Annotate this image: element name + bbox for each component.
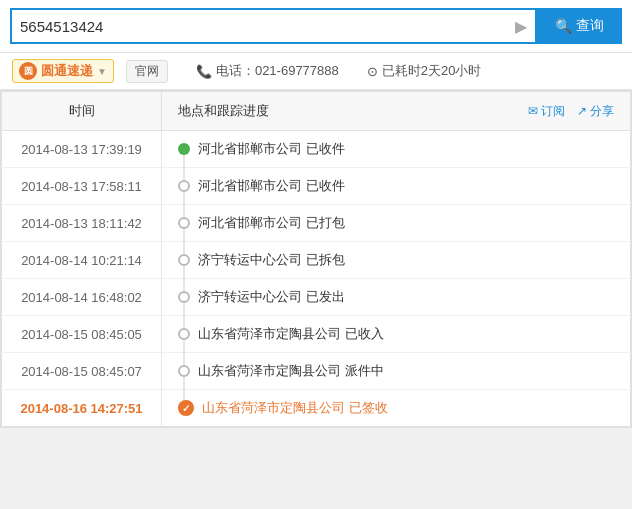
time-elapsed-text: 已耗时2天20小时	[382, 62, 482, 80]
col-time-header: 时间	[2, 92, 162, 131]
share-link[interactable]: ↗ 分享	[577, 103, 614, 120]
timeline-dot-wrapper	[178, 400, 194, 416]
table-header-row: 时间 地点和跟踪进度 ✉ 订阅 ↗ 分享	[2, 92, 631, 131]
search-input-wrapper: ▶	[10, 8, 537, 44]
tracking-table: 时间 地点和跟踪进度 ✉ 订阅 ↗ 分享	[1, 91, 631, 427]
search-button-label: 查询	[576, 17, 604, 35]
location-cell: 山东省菏泽市定陶县公司 已签收	[162, 390, 631, 427]
gray-dot-icon	[178, 365, 190, 377]
time-cell: 2014-08-15 08:45:05	[2, 316, 162, 353]
location-text: 山东省菏泽市定陶县公司 派件中	[198, 362, 384, 380]
share-icon: ↗	[577, 104, 587, 118]
location-text: 济宁转运中心公司 已拆包	[198, 251, 345, 269]
time-cell: 2014-08-13 17:39:19	[2, 131, 162, 168]
location-cell: 济宁转运中心公司 已发出	[162, 279, 631, 316]
location-cell: 山东省菏泽市定陶县公司 派件中	[162, 353, 631, 390]
timeline-dot-wrapper	[178, 291, 190, 303]
subscribe-label: 订阅	[541, 103, 565, 120]
location-text: 济宁转运中心公司 已发出	[198, 288, 345, 306]
time-cell: 2014-08-14 16:48:02	[2, 279, 162, 316]
location-text: 河北省邯郸市公司 已打包	[198, 214, 345, 232]
location-cell: 济宁转运中心公司 已拆包	[162, 242, 631, 279]
table-row: 2014-08-15 08:45:07山东省菏泽市定陶县公司 派件中	[2, 353, 631, 390]
company-badge[interactable]: 圆 圆通速递 ▼	[12, 59, 114, 83]
location-cell: 河北省邯郸市公司 已收件	[162, 131, 631, 168]
table-row: 2014-08-13 17:39:19河北省邯郸市公司 已收件	[2, 131, 631, 168]
clock-icon: ⊙	[367, 64, 378, 79]
table-row: 2014-08-14 10:21:14济宁转运中心公司 已拆包	[2, 242, 631, 279]
timeline-dot-wrapper	[178, 365, 190, 377]
table-row: 2014-08-15 08:45:05山东省菏泽市定陶县公司 已收入	[2, 316, 631, 353]
search-button[interactable]: 🔍 查询	[537, 8, 622, 44]
location-text: 山东省菏泽市定陶县公司 已签收	[202, 399, 388, 417]
timeline-dot-wrapper	[178, 217, 190, 229]
gray-dot-icon	[178, 180, 190, 192]
timeline-dot-wrapper	[178, 328, 190, 340]
timeline-dot-wrapper	[178, 254, 190, 266]
table-row: 2014-08-14 16:48:02济宁转运中心公司 已发出	[2, 279, 631, 316]
time-cell: 2014-08-13 18:11:42	[2, 205, 162, 242]
time-cell: 2014-08-15 08:45:07	[2, 353, 162, 390]
time-cell: 2014-08-13 17:58:11	[2, 168, 162, 205]
dropdown-arrow-icon: ▼	[97, 66, 107, 77]
table-row: 2014-08-13 17:58:11河北省邯郸市公司 已收件	[2, 168, 631, 205]
timeline-dot-wrapper	[178, 143, 190, 155]
gray-dot-icon	[178, 254, 190, 266]
phone-info: 📞 电话：021-69777888	[196, 62, 339, 80]
search-input[interactable]	[20, 18, 515, 35]
company-logo: 圆	[19, 62, 37, 80]
time-info: ⊙ 已耗时2天20小时	[367, 62, 482, 80]
location-icon[interactable]: ▶	[515, 17, 527, 36]
location-cell: 河北省邯郸市公司 已打包	[162, 205, 631, 242]
location-text: 山东省菏泽市定陶县公司 已收入	[198, 325, 384, 343]
location-cell: 河北省邯郸市公司 已收件	[162, 168, 631, 205]
table-actions: ✉ 订阅 ↗ 分享	[528, 103, 614, 120]
green-dot-icon	[178, 143, 190, 155]
search-bar: ▶ 🔍 查询	[0, 0, 632, 53]
subscribe-link[interactable]: ✉ 订阅	[528, 103, 565, 120]
location-text: 河北省邯郸市公司 已收件	[198, 177, 345, 195]
gray-dot-icon	[178, 291, 190, 303]
share-label: 分享	[590, 103, 614, 120]
company-bar: 圆 圆通速递 ▼ 官网 📞 电话：021-69777888 ⊙ 已耗时2天20小…	[0, 53, 632, 90]
timeline-dot-wrapper	[178, 180, 190, 192]
phone-text: 电话：021-69777888	[216, 62, 339, 80]
phone-icon: 📞	[196, 64, 212, 79]
orange-check-icon	[178, 400, 194, 416]
company-name: 圆通速递	[41, 62, 93, 80]
subscribe-icon: ✉	[528, 104, 538, 118]
time-cell: 2014-08-16 14:27:51	[2, 390, 162, 427]
gray-dot-icon	[178, 217, 190, 229]
location-cell: 山东省菏泽市定陶县公司 已收入	[162, 316, 631, 353]
table-row: 2014-08-16 14:27:51山东省菏泽市定陶县公司 已签收	[2, 390, 631, 427]
tracking-table-wrapper: 时间 地点和跟踪进度 ✉ 订阅 ↗ 分享	[0, 90, 632, 428]
location-text: 河北省邯郸市公司 已收件	[198, 140, 345, 158]
search-icon: 🔍	[555, 18, 572, 34]
table-row: 2014-08-13 18:11:42河北省邯郸市公司 已打包	[2, 205, 631, 242]
guanwang-button[interactable]: 官网	[126, 60, 168, 83]
col-location-header: 地点和跟踪进度 ✉ 订阅 ↗ 分享	[162, 92, 631, 131]
time-cell: 2014-08-14 10:21:14	[2, 242, 162, 279]
gray-dot-icon	[178, 328, 190, 340]
